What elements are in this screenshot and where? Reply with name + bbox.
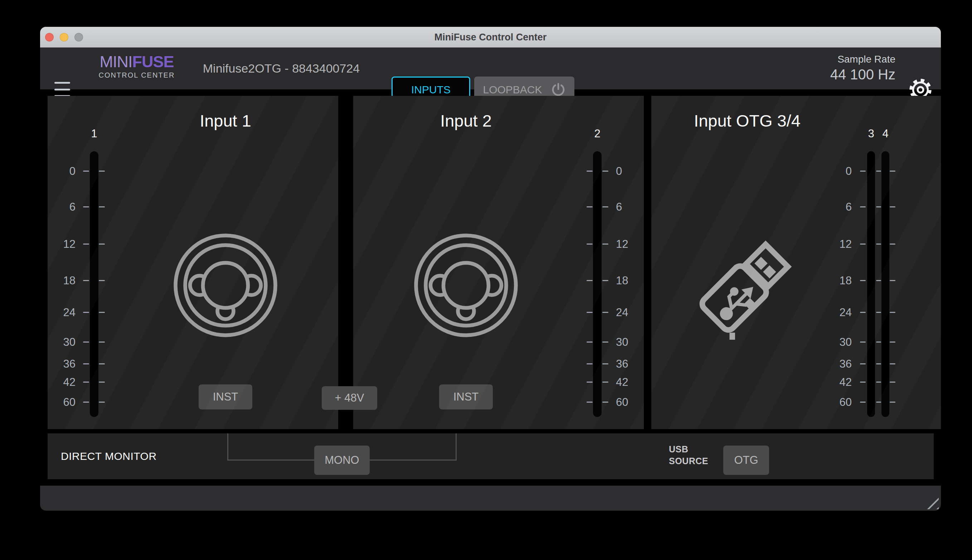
direct-monitor-label: DIRECT MONITOR (61, 433, 157, 479)
panel-input-1: Input 1 1 0 6 12 18 24 30 36 42 60 (48, 96, 338, 429)
tick (83, 170, 89, 172)
monitor-routing-line (456, 433, 457, 461)
sample-rate-value: 44 100 Hz (788, 66, 895, 83)
tab-loopback-label: LOOPBACK (483, 84, 542, 96)
window-title: MiniFuse Control Center (40, 27, 941, 48)
usb-source-label: USB SOURCE (669, 443, 708, 467)
panel-input-otg: Input OTG 3/4 3 4 0 6 12 18 24 30 36 42 … (651, 96, 941, 429)
window-footer (40, 486, 941, 511)
screen: MiniFuse Control Center MINIFUSE CONTROL… (0, 0, 972, 560)
panel-title: Input 1 (172, 111, 279, 130)
resize-handle[interactable] (922, 492, 939, 509)
hamburger-icon (54, 82, 70, 84)
menu-button[interactable] (54, 82, 70, 97)
channel-label-1: 1 (84, 127, 105, 140)
inst-button-2[interactable]: INST (439, 384, 493, 410)
monitor-routing-line (227, 433, 228, 461)
direct-monitor-bar: DIRECT MONITOR USB SOURCE (48, 433, 934, 479)
usb-icon (693, 229, 803, 340)
titlebar: MiniFuse Control Center (40, 27, 941, 48)
panel-title: Input OTG 3/4 (658, 111, 837, 130)
combo-jack-icon (172, 232, 279, 339)
mono-button[interactable]: MONO (314, 445, 370, 475)
logo-subtitle: CONTROL CENTER (97, 71, 177, 79)
channel-label-4: 4 (875, 127, 896, 140)
header: MINIFUSE CONTROL CENTER Minifuse2OTG - 8… (40, 48, 941, 89)
app-logo: MINIFUSE CONTROL CENTER (97, 53, 177, 79)
device-name: Minifuse2OTG - 8843400724 (202, 48, 360, 89)
channel-label-2: 2 (586, 127, 608, 140)
combo-jack-icon (412, 232, 519, 339)
app-window: MiniFuse Control Center MINIFUSE CONTROL… (40, 27, 941, 511)
power-icon (551, 82, 566, 97)
logo-wordmark: MINIFUSE (97, 53, 177, 70)
phantom-48v-button[interactable]: + 48V (322, 386, 377, 410)
sample-rate: Sample Rate 44 100 Hz (788, 53, 895, 83)
usb-source-otg-button[interactable]: OTG (723, 445, 769, 475)
inputs-area: Input 1 1 0 6 12 18 24 30 36 42 60 (48, 96, 934, 429)
inst-button-1[interactable]: INST (199, 384, 252, 410)
panel-input-2: Input 2 2 0 6 12 18 24 30 36 42 60 (353, 96, 644, 429)
panel-title: Input 2 (412, 111, 519, 130)
sample-rate-label: Sample Rate (788, 53, 895, 66)
